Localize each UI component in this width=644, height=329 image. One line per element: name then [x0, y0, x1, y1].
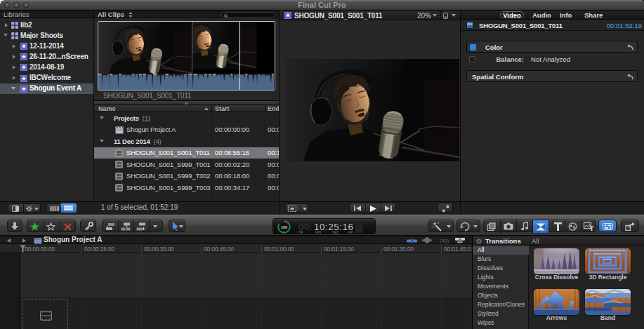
- svg-text:100: 100: [281, 225, 287, 229]
- svg-text:%: %: [283, 230, 286, 234]
